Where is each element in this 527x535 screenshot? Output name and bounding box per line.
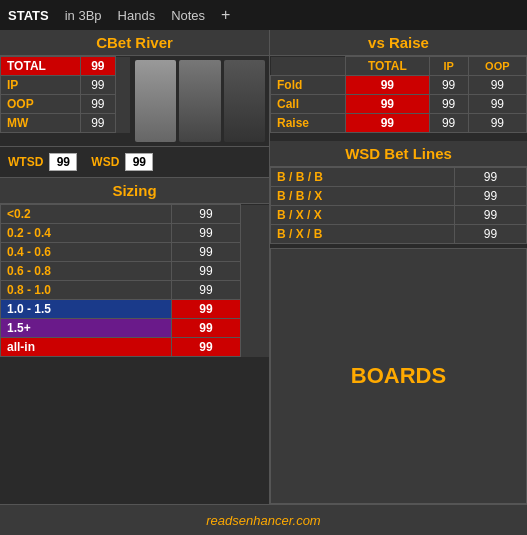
vsraise-raise-ip: 99 xyxy=(429,114,468,133)
wsd-label: WSD xyxy=(91,155,119,169)
cbet-river-title: CBet River xyxy=(0,30,269,56)
vsraise-ip-header: IP xyxy=(429,57,468,76)
sizing-title: Sizing xyxy=(0,178,269,204)
wsd-row-4-label: B / X / B xyxy=(271,225,455,244)
boards-panel: BOARDS xyxy=(270,248,527,504)
vsraise-fold-label: Fold xyxy=(271,76,346,95)
nav-notes[interactable]: Notes xyxy=(171,8,205,23)
footer-text: readsenhancer.com xyxy=(206,513,320,528)
sizing-row-6-value: 99 xyxy=(171,300,240,319)
wtsd-value: 99 xyxy=(49,153,77,171)
cbet-oop-value: 99 xyxy=(80,95,116,114)
sizing-panel: Sizing <0.2 99 0.2 - 0.4 99 0.4 - 0.6 xyxy=(0,178,269,504)
sizing-row-5-value: 99 xyxy=(171,281,240,300)
sizing-row-8-label: all-in xyxy=(1,338,172,357)
sizing-row-4-label: 0.6 - 0.8 xyxy=(1,262,172,281)
vsraise-raise-oop: 99 xyxy=(468,114,526,133)
wsd-bet-lines-panel: WSD Bet Lines B / B / B 99 B / B / X 99 … xyxy=(270,141,527,244)
vsraise-call-ip: 99 xyxy=(429,95,468,114)
sizing-row-2-label: 0.2 - 0.4 xyxy=(1,224,172,243)
sizing-row-7-label: 1.5+ xyxy=(1,319,172,338)
cbet-total-label: TOTAL xyxy=(1,57,81,76)
vsraise-call-oop: 99 xyxy=(468,95,526,114)
wsd-row-1-label: B / B / B xyxy=(271,168,455,187)
sizing-row-7-value: 99 xyxy=(171,319,240,338)
vsraise-fold-total: 99 xyxy=(346,76,430,95)
sizing-row-1-label: <0.2 xyxy=(1,205,172,224)
wsd-row-4-value: 99 xyxy=(454,225,526,244)
vsraise-call-total: 99 xyxy=(346,95,430,114)
cbet-oop-label: OOP xyxy=(1,95,81,114)
nav-stats[interactable]: STATS xyxy=(8,8,49,23)
top-nav: STATS in 3Bp Hands Notes + xyxy=(0,0,527,30)
sizing-row-3-label: 0.4 - 0.6 xyxy=(1,243,172,262)
sizing-row-3-value: 99 xyxy=(171,243,240,262)
heatmap-strip-3 xyxy=(224,60,266,142)
wsd-row-2-label: B / B / X xyxy=(271,187,455,206)
vsraise-oop-header: OOP xyxy=(468,57,526,76)
wtsd-row: WTSD 99 WSD 99 xyxy=(0,146,269,178)
boards-text: BOARDS xyxy=(351,363,446,389)
wtsd-label: WTSD xyxy=(8,155,43,169)
vs-raise-panel: vs Raise TOTAL IP OOP Fold 99 99 99 xyxy=(270,30,527,133)
cbet-river-panel: CBet River TOTAL 99 IP 99 xyxy=(0,30,269,178)
cbet-mw-value: 99 xyxy=(80,114,116,133)
wsd-value: 99 xyxy=(125,153,153,171)
vsraise-total-header: TOTAL xyxy=(346,57,430,76)
sizing-row-6-label: 1.0 - 1.5 xyxy=(1,300,172,319)
cbet-ip-value: 99 xyxy=(80,76,116,95)
sizing-row-4-value: 99 xyxy=(171,262,240,281)
vsraise-raise-total: 99 xyxy=(346,114,430,133)
nav-add-tab[interactable]: + xyxy=(221,6,230,24)
sizing-row-1-value: 99 xyxy=(171,205,240,224)
sizing-row-8-value: 99 xyxy=(171,338,240,357)
footer: readsenhancer.com xyxy=(0,504,527,535)
wsd-row-2-value: 99 xyxy=(454,187,526,206)
vsraise-call-label: Call xyxy=(271,95,346,114)
sizing-row-5-label: 0.8 - 1.0 xyxy=(1,281,172,300)
wsd-bet-lines-title: WSD Bet Lines xyxy=(270,141,527,167)
cbet-total-value: 99 xyxy=(80,57,116,76)
vsraise-fold-ip: 99 xyxy=(429,76,468,95)
cbet-mw-label: MW xyxy=(1,114,81,133)
wsd-row-3-label: B / X / X xyxy=(271,206,455,225)
vsraise-fold-oop: 99 xyxy=(468,76,526,95)
wsd-row-3-value: 99 xyxy=(454,206,526,225)
nav-hands[interactable]: Hands xyxy=(118,8,156,23)
cbet-ip-label: IP xyxy=(1,76,81,95)
sizing-row-2-value: 99 xyxy=(171,224,240,243)
heatmap-strip-1 xyxy=(135,60,177,142)
heatmap-strip-2 xyxy=(179,60,221,142)
vs-raise-title: vs Raise xyxy=(270,30,527,56)
vsraise-raise-label: Raise xyxy=(271,114,346,133)
nav-3bp[interactable]: in 3Bp xyxy=(65,8,102,23)
wsd-row-1-value: 99 xyxy=(454,168,526,187)
